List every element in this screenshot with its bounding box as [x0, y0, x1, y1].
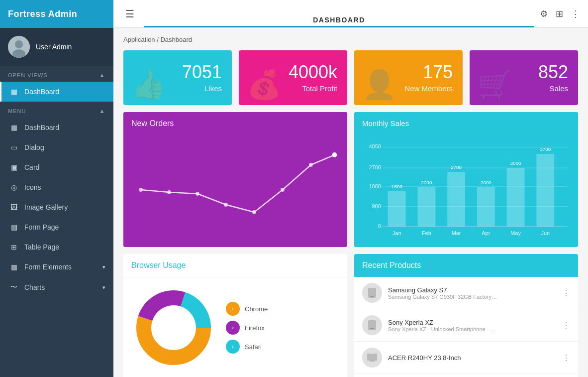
new-orders-chart	[123, 135, 347, 245]
svg-text:Apr: Apr	[482, 230, 490, 236]
svg-text:0: 0	[378, 223, 381, 229]
charts-icon: 〜	[9, 283, 18, 292]
svg-text:2000: 2000	[481, 180, 492, 185]
more-icon[interactable]: ⋮	[571, 8, 580, 19]
sidebar-item-image-gallery[interactable]: 🖼 Image Gallery	[0, 197, 113, 217]
sidebar-item-label: Table Page	[24, 243, 59, 251]
menu-label[interactable]: MENU ▲	[0, 102, 113, 118]
sidebar-item-dashboard[interactable]: ▦ DashBoard	[0, 118, 113, 137]
profit-label: Total Profit	[302, 84, 337, 93]
menu-chevron: ▲	[99, 108, 105, 115]
sales-icon: 🛒	[478, 68, 512, 101]
svg-point-3	[139, 188, 143, 192]
sidebar-item-label: DashBoard	[24, 88, 59, 96]
monthly-sales-title: Monthly Sales	[354, 112, 578, 134]
image-icon: 🖼	[9, 203, 18, 211]
product-name-acer: ACER R240HY 23.8-Inch	[388, 354, 556, 362]
open-views-label[interactable]: OPEN VIEWS ▲	[0, 66, 113, 82]
sidebar-item-label: Image Gallery	[24, 203, 68, 211]
stat-card-sales: 852 Sales 🛒	[470, 50, 578, 105]
topbar-center: DASHBOARD	[144, 0, 534, 27]
svg-text:900: 900	[372, 203, 381, 209]
sidebar-item-card[interactable]: ▣ Card	[0, 157, 113, 177]
settings-icon[interactable]: ⚙	[540, 8, 548, 19]
sidebar-item-label: Icons	[24, 183, 41, 191]
product-item-acer: ACER R240HY 23.8-Inch ⋮	[354, 342, 578, 374]
svg-point-9	[309, 163, 313, 167]
likes-icon: 👍	[131, 68, 166, 101]
legend-chrome: › Chrome	[226, 302, 268, 316]
svg-rect-21	[388, 191, 406, 227]
svg-point-8	[281, 188, 285, 192]
svg-text:May: May	[510, 230, 521, 236]
svg-text:3700: 3700	[540, 146, 551, 152]
breadcrumb-dashboard: Dashboard	[160, 36, 192, 43]
dashboard-icon: ▦	[9, 124, 18, 131]
sidebar-item-form-page[interactable]: ▤ Form Page	[0, 217, 113, 237]
user-name: User Admin	[36, 43, 72, 51]
svg-rect-45	[370, 328, 374, 329]
product-desc-sxz: Sony Xperia XZ - Unlocked Smartphone - 3…	[388, 326, 497, 332]
profit-number: 4000k	[289, 63, 337, 81]
chrome-dot: ›	[226, 302, 240, 316]
icons-icon: ◎	[9, 183, 18, 191]
svg-point-5	[196, 192, 199, 196]
members-number: 175	[423, 63, 453, 81]
chevron-down-icon-charts: ▾	[102, 284, 105, 291]
stat-cards: 7051 Likes 👍 4000k Total Profit 💰 175 Ne…	[123, 50, 578, 105]
sidebar-item-label: Dialog	[24, 143, 44, 151]
svg-point-6	[224, 203, 228, 207]
product-more-sg7[interactable]: ⋮	[562, 288, 570, 298]
card-icon: ▣	[9, 163, 18, 171]
chrome-label: Chrome	[245, 305, 268, 313]
svg-text:2700: 2700	[369, 164, 381, 170]
sidebar-item-dialog[interactable]: ▭ Dialog	[0, 137, 113, 157]
sidebar-item-table-page[interactable]: ⊞ Table Page	[0, 237, 113, 257]
sidebar-header: Fortress Admin	[0, 0, 113, 28]
sidebar-item-form-elements[interactable]: ▦ Form Elements ▾	[0, 257, 113, 277]
safari-label: Safari	[245, 343, 262, 351]
sidebar-item-label: DashBoard	[24, 124, 59, 131]
sidebar-item-charts[interactable]: 〜 Charts ▾	[0, 277, 113, 298]
product-info-sg7: Samsung Galaxy S7 Samsung Galaxy S7 G930…	[388, 286, 556, 300]
svg-text:Jun: Jun	[541, 230, 550, 236]
product-desc-sg7: Samsung Galaxy S7 G930F 32GB Factory Unl…	[388, 294, 497, 300]
grid-icon[interactable]: ⊞	[556, 8, 563, 19]
svg-text:Jan: Jan	[392, 230, 401, 236]
dialog-icon: ▭	[9, 143, 18, 151]
sidebar: Fortress Admin User Admin OPEN VIEWS ▲ ▦…	[0, 0, 113, 377]
svg-text:Feb: Feb	[422, 230, 431, 236]
legend-safari: › Safari	[226, 340, 268, 354]
breadcrumb-app: Application	[123, 36, 155, 43]
sales-label: Sales	[549, 84, 568, 93]
sidebar-item-dashboard-open[interactable]: ▦ DashBoard	[0, 82, 113, 102]
product-info-acer: ACER R240HY 23.8-Inch	[388, 354, 556, 362]
form-elements-icon: ▦	[9, 263, 18, 271]
sidebar-item-label: Form Page	[24, 223, 59, 231]
sidebar-item-label: Card	[24, 163, 39, 171]
svg-rect-36	[536, 154, 554, 226]
safari-dot: ›	[226, 340, 240, 354]
members-icon: 👤	[362, 68, 397, 101]
legend-firefox: › Firefox	[226, 321, 268, 335]
product-thumb-acer	[362, 348, 382, 368]
stat-card-profit: 4000k Total Profit 💰	[239, 50, 347, 105]
svg-text:Mar: Mar	[452, 230, 461, 236]
product-more-acer[interactable]: ⋮	[562, 353, 570, 363]
svg-rect-24	[417, 187, 435, 227]
product-thumb-sxz	[362, 315, 382, 335]
chevron-down-icon: ▾	[102, 264, 105, 270]
product-name-sxz: Sony Xperia XZ	[388, 319, 556, 326]
sidebar-item-icons[interactable]: ◎ Icons	[0, 177, 113, 197]
charts-row: New Orders	[123, 112, 578, 247]
svg-rect-43	[370, 296, 374, 297]
bar-chart-icon: ▦	[9, 88, 18, 96]
svg-point-7	[252, 210, 256, 214]
svg-text:2000: 2000	[421, 180, 432, 185]
menu-toggle-button[interactable]: ☰	[121, 6, 138, 22]
browser-legend: › Chrome › Firefox › Safari	[226, 302, 268, 354]
product-thumb-sg7	[362, 283, 382, 303]
table-icon: ⊞	[9, 243, 18, 251]
product-more-sxz[interactable]: ⋮	[562, 321, 570, 330]
topbar-title: DASHBOARD	[144, 16, 534, 27]
